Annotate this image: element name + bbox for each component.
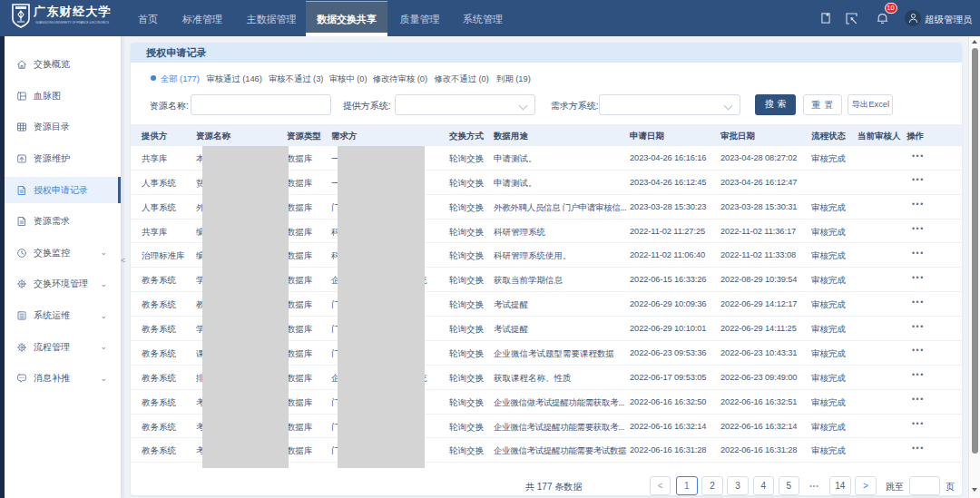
svg-text:GUANGDONG UNIVERSITY OF FINANC: GUANGDONG UNIVERSITY OF FINANCE & ECONOM… — [35, 19, 109, 24]
